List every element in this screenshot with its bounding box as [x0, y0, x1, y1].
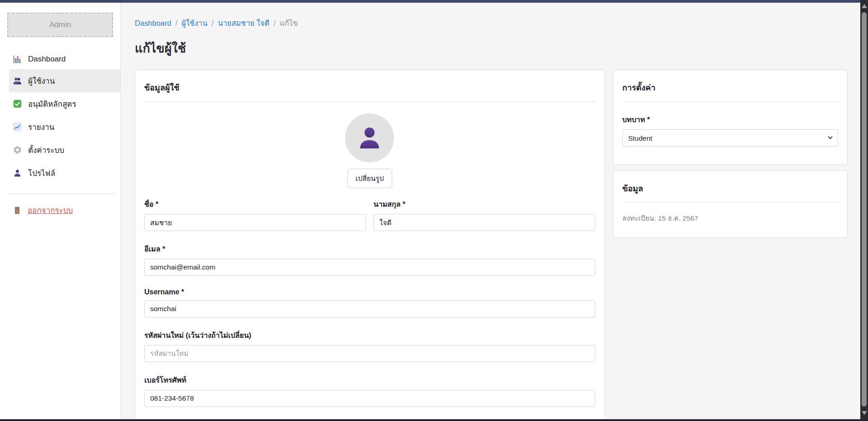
new-password-label: รหัสผ่านใหม่ (เว้นว่างถ้าไม่เปลี่ยน): [144, 330, 595, 341]
settings-card-title: การตั้งค่า: [622, 81, 838, 94]
sidebar-item-label: รายงาน: [28, 121, 54, 133]
door-icon: [13, 206, 22, 215]
sidebar-item-approve-courses[interactable]: อนุมัติหลักสูตร: [9, 92, 120, 115]
logout-label: ออกจากระบบ: [28, 204, 73, 216]
user-info-card-title: ข้อมูลผู้ใช้: [144, 81, 595, 94]
sidebar-item-label: โปรไฟล์: [28, 167, 55, 179]
top-accent-bar: [0, 0, 860, 3]
sidebar-item-system-settings[interactable]: ตั้งค่าระบบ: [9, 138, 120, 161]
sidebar: Admin Dashboard: [0, 3, 121, 419]
breadcrumb-separator: /: [212, 19, 214, 28]
username-label: Username *: [144, 288, 595, 296]
brand-label: Admin: [49, 20, 71, 29]
breadcrumb-user-name[interactable]: นายสมชาย ใจดี: [218, 17, 269, 29]
card-divider: [144, 101, 595, 102]
person-silhouette-icon: [356, 124, 384, 152]
line-chart-icon: [13, 122, 22, 132]
card-divider: [622, 202, 838, 203]
logout-link[interactable]: ออกจากระบบ: [13, 204, 120, 216]
last-name-input[interactable]: [374, 214, 595, 231]
avatar-section: เปลี่ยนรูป: [144, 114, 595, 188]
role-select-wrap: Student: [622, 129, 838, 147]
sidebar-item-label: Dashboard: [28, 55, 66, 64]
user-info-card: ข้อมูลผู้ใช้ เปลี่ยนรูป: [135, 70, 605, 421]
change-photo-button[interactable]: เปลี่ยนรูป: [347, 169, 392, 188]
card-divider: [622, 101, 838, 102]
breadcrumb: Dashboard / ผู้ใช้งาน / นายสมชาย ใจดี / …: [135, 17, 848, 29]
sidebar-item-dashboard[interactable]: Dashboard: [9, 49, 120, 69]
bar-chart-icon: [13, 54, 22, 64]
page-title: แก้ไขผู้ใช้: [135, 38, 848, 58]
content-row: ข้อมูลผู้ใช้ เปลี่ยนรูป: [135, 70, 848, 421]
scrollbar-down-arrow-icon[interactable]: [862, 411, 867, 415]
phone-input[interactable]: [144, 390, 595, 407]
role-label: บทบาท *: [622, 114, 838, 125]
breadcrumb-users[interactable]: ผู้ใช้งาน: [181, 17, 208, 29]
role-select[interactable]: Student: [622, 129, 838, 147]
check-icon: [13, 99, 22, 109]
sidebar-item-label: ตั้งค่าระบบ: [28, 144, 64, 156]
breadcrumb-dashboard[interactable]: Dashboard: [135, 19, 171, 28]
breadcrumb-current: แก้ไข: [280, 17, 298, 29]
info-card-title: ข้อมูล: [622, 182, 838, 195]
first-name-input[interactable]: [144, 214, 366, 231]
bottom-accent-bar: [0, 419, 868, 421]
username-input[interactable]: [144, 300, 595, 317]
sidebar-divider: [8, 194, 115, 194]
sidebar-nav: Dashboard ผู้ใช้งาน อนุมัติหลักสูตร: [0, 49, 120, 184]
sidebar-item-label: ผู้ใช้งาน: [28, 75, 55, 87]
last-name-label: นามสกุล *: [374, 199, 595, 210]
last-name-field-group: นามสกุล *: [374, 188, 595, 231]
new-password-input[interactable]: [144, 345, 595, 362]
sidebar-item-reports[interactable]: รายงาน: [9, 115, 120, 138]
sidebar-item-profile[interactable]: โปรไฟล์: [9, 161, 120, 184]
right-column: การตั้งค่า บทบาท * Student ข้อมูล ลงทะเบ…: [613, 70, 848, 238]
avatar: [345, 114, 394, 162]
breadcrumb-separator: /: [274, 19, 276, 28]
settings-card: การตั้งค่า บทบาท * Student: [613, 70, 848, 165]
email-input[interactable]: [144, 259, 595, 276]
main-content: Dashboard / ผู้ใช้งาน / นายสมชาย ใจดี / …: [121, 3, 860, 419]
gear-icon: [13, 145, 22, 155]
person-icon: [13, 168, 22, 178]
users-icon: [13, 76, 22, 85]
phone-label: เบอร์โทรศัพท์: [144, 374, 595, 386]
registered-date-text: ลงทะเบียน: 15 ธ.ค. 2567: [622, 213, 838, 224]
first-name-field-group: ชื่อ *: [144, 188, 366, 231]
page-scrollbar[interactable]: [860, 0, 868, 419]
breadcrumb-separator: /: [175, 19, 178, 28]
scrollbar-up-arrow-icon[interactable]: [862, 4, 867, 8]
sidebar-item-label: อนุมัติหลักสูตร: [28, 98, 76, 110]
scrollbar-thumb[interactable]: [862, 12, 867, 407]
first-name-label: ชื่อ *: [144, 199, 366, 210]
name-fields-row: ชื่อ * นามสกุล *: [144, 188, 595, 231]
brand-placeholder: Admin: [7, 13, 113, 37]
info-card: ข้อมูล ลงทะเบียน: 15 ธ.ค. 2567: [613, 170, 848, 238]
email-label: อีเมล *: [144, 243, 595, 255]
sidebar-item-users[interactable]: ผู้ใช้งาน: [9, 69, 120, 92]
